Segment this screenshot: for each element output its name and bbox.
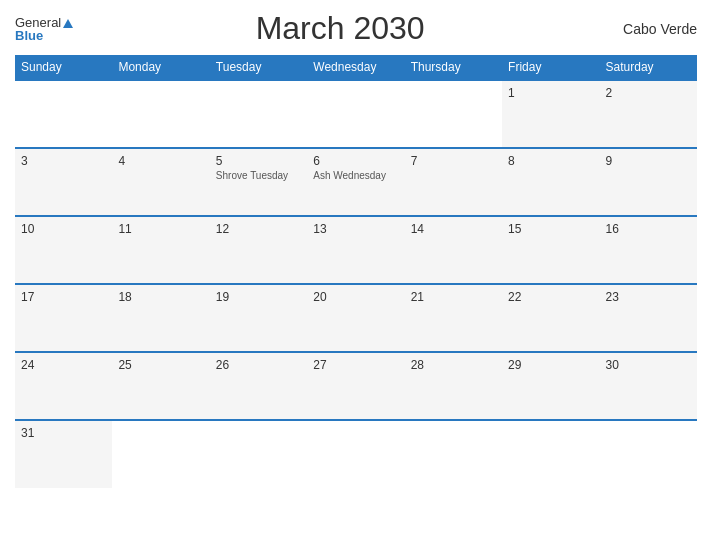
calendar-cell: 10 xyxy=(15,216,112,284)
day-number: 29 xyxy=(508,358,593,372)
day-number: 20 xyxy=(313,290,398,304)
calendar-cell: 6Ash Wednesday xyxy=(307,148,404,216)
calendar-cell: 3 xyxy=(15,148,112,216)
day-number: 3 xyxy=(21,154,106,168)
day-number: 5 xyxy=(216,154,301,168)
calendar-cell: 12 xyxy=(210,216,307,284)
day-number: 6 xyxy=(313,154,398,168)
calendar-cell xyxy=(502,420,599,488)
calendar-cell: 20 xyxy=(307,284,404,352)
calendar-cell xyxy=(405,420,502,488)
day-number: 24 xyxy=(21,358,106,372)
calendar-cell: 5Shrove Tuesday xyxy=(210,148,307,216)
day-number: 12 xyxy=(216,222,301,236)
day-number: 2 xyxy=(606,86,691,100)
calendar-cell: 27 xyxy=(307,352,404,420)
calendar-cell xyxy=(210,80,307,148)
calendar-cell: 28 xyxy=(405,352,502,420)
day-number: 7 xyxy=(411,154,496,168)
header-tuesday: Tuesday xyxy=(210,55,307,80)
day-number: 15 xyxy=(508,222,593,236)
calendar-cell: 23 xyxy=(600,284,697,352)
calendar-cell: 26 xyxy=(210,352,307,420)
calendar-cell xyxy=(15,80,112,148)
logo-triangle-icon xyxy=(63,19,73,28)
day-number: 18 xyxy=(118,290,203,304)
header-thursday: Thursday xyxy=(405,55,502,80)
day-number: 25 xyxy=(118,358,203,372)
day-number: 14 xyxy=(411,222,496,236)
event-text: Ash Wednesday xyxy=(313,170,398,181)
calendar-cell xyxy=(112,420,209,488)
calendar-cell: 25 xyxy=(112,352,209,420)
day-number: 17 xyxy=(21,290,106,304)
day-number: 30 xyxy=(606,358,691,372)
calendar-cell xyxy=(405,80,502,148)
calendar-cell: 24 xyxy=(15,352,112,420)
day-number: 13 xyxy=(313,222,398,236)
day-number: 23 xyxy=(606,290,691,304)
calendar-cell xyxy=(307,80,404,148)
calendar-cell: 15 xyxy=(502,216,599,284)
calendar-cell: 21 xyxy=(405,284,502,352)
day-number: 9 xyxy=(606,154,691,168)
header-friday: Friday xyxy=(502,55,599,80)
calendar-cell: 2 xyxy=(600,80,697,148)
calendar-cell: 30 xyxy=(600,352,697,420)
calendar-cell: 18 xyxy=(112,284,209,352)
logo-blue-text: Blue xyxy=(15,29,73,42)
day-number: 26 xyxy=(216,358,301,372)
day-number: 21 xyxy=(411,290,496,304)
day-number: 22 xyxy=(508,290,593,304)
country-label: Cabo Verde xyxy=(607,21,697,37)
day-number: 10 xyxy=(21,222,106,236)
calendar-body: 12345Shrove Tuesday6Ash Wednesday7891011… xyxy=(15,80,697,488)
day-number: 4 xyxy=(118,154,203,168)
weekday-header: Sunday Monday Tuesday Wednesday Thursday… xyxy=(15,55,697,80)
calendar-cell: 16 xyxy=(600,216,697,284)
calendar-cell: 17 xyxy=(15,284,112,352)
calendar-cell: 7 xyxy=(405,148,502,216)
day-number: 16 xyxy=(606,222,691,236)
calendar-container: General Blue March 2030 Cabo Verde Sunda… xyxy=(0,0,712,550)
calendar-cell: 1 xyxy=(502,80,599,148)
day-number: 8 xyxy=(508,154,593,168)
calendar-cell: 4 xyxy=(112,148,209,216)
calendar-table: Sunday Monday Tuesday Wednesday Thursday… xyxy=(15,55,697,488)
day-number: 1 xyxy=(508,86,593,100)
calendar-cell: 19 xyxy=(210,284,307,352)
header-wednesday: Wednesday xyxy=(307,55,404,80)
day-number: 11 xyxy=(118,222,203,236)
calendar-cell: 22 xyxy=(502,284,599,352)
calendar-cell: 29 xyxy=(502,352,599,420)
calendar-cell xyxy=(112,80,209,148)
calendar-cell: 31 xyxy=(15,420,112,488)
header-sunday: Sunday xyxy=(15,55,112,80)
calendar-cell: 14 xyxy=(405,216,502,284)
calendar-cell xyxy=(307,420,404,488)
calendar-cell: 9 xyxy=(600,148,697,216)
logo: General Blue xyxy=(15,16,73,42)
header-saturday: Saturday xyxy=(600,55,697,80)
day-number: 19 xyxy=(216,290,301,304)
calendar-cell: 13 xyxy=(307,216,404,284)
logo-general-text: General xyxy=(15,16,73,29)
calendar-cell: 11 xyxy=(112,216,209,284)
day-number: 31 xyxy=(21,426,106,440)
calendar-cell xyxy=(600,420,697,488)
calendar-cell xyxy=(210,420,307,488)
event-text: Shrove Tuesday xyxy=(216,170,301,181)
day-number: 28 xyxy=(411,358,496,372)
calendar-header: General Blue March 2030 Cabo Verde xyxy=(15,10,697,47)
month-title: March 2030 xyxy=(73,10,607,47)
calendar-header-row: Sunday Monday Tuesday Wednesday Thursday… xyxy=(15,55,697,80)
calendar-cell: 8 xyxy=(502,148,599,216)
header-monday: Monday xyxy=(112,55,209,80)
day-number: 27 xyxy=(313,358,398,372)
